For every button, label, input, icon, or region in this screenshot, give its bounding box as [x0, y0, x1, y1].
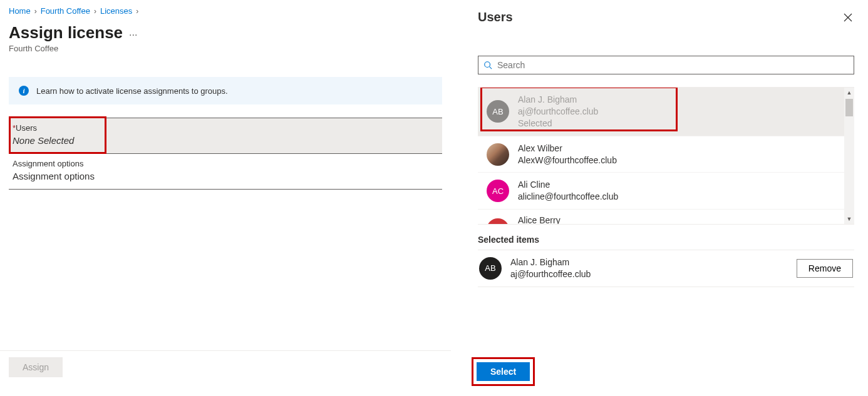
assign-button[interactable]: Assign — [9, 357, 63, 377]
chevron-right-icon: › — [136, 7, 138, 16]
assignment-options-field[interactable]: Assignment options Assignment options — [9, 154, 442, 190]
panel-title: Users — [478, 10, 513, 24]
select-button[interactable]: Select — [477, 362, 530, 381]
user-email: aj@fourthcoffee.club — [518, 106, 598, 118]
selected-items-heading: Selected items — [478, 235, 854, 245]
options-field-label: Assignment options — [13, 159, 438, 168]
user-name: Alex Wilber — [518, 143, 617, 155]
user-name: Alan J. Bigham — [510, 256, 591, 268]
divider — [0, 350, 451, 351]
user-name: Alan J. Bigham — [518, 94, 598, 106]
search-input[interactable] — [497, 60, 849, 70]
info-icon: i — [19, 86, 29, 96]
info-banner-text: Learn how to activate license assignment… — [36, 86, 228, 96]
svg-point-2 — [485, 62, 490, 68]
close-icon[interactable] — [842, 11, 854, 24]
selected-item-row: AB Alan J. Bigham aj@fourthcoffee.club R… — [478, 250, 854, 287]
chevron-right-icon: › — [94, 7, 96, 16]
user-email: aj@fourthcoffee.club — [510, 268, 591, 280]
breadcrumb-home[interactable]: Home — [9, 6, 31, 16]
more-actions-icon[interactable]: ··· — [129, 29, 137, 41]
user-email: alicline@fourthcoffee.club — [518, 191, 618, 203]
breadcrumb-licenses[interactable]: Licenses — [100, 6, 132, 16]
list-item[interactable]: AC Ali Cline alicline@fourthcoffee.club — [478, 173, 854, 210]
list-item[interactable]: AB Alice Berry — [478, 210, 854, 225]
remove-button[interactable]: Remove — [797, 259, 853, 278]
avatar: AB — [487, 218, 509, 225]
highlight-box: Select — [472, 357, 535, 386]
users-field[interactable]: *Users None Selected — [9, 118, 442, 154]
svg-line-3 — [490, 67, 492, 69]
scroll-thumb[interactable] — [845, 99, 853, 116]
users-flyout-panel: Users AB Alan J. Bigham aj@fourthcoffee.… — [464, 0, 868, 396]
options-field-value: Assignment options — [13, 171, 438, 181]
avatar: AC — [487, 180, 509, 202]
user-status: Selected — [518, 118, 598, 129]
page-subtitle: Fourth Coffee — [9, 44, 442, 53]
scroll-up-icon[interactable]: ▲ — [844, 88, 854, 98]
user-name: Ali Cline — [518, 179, 618, 191]
avatar: AB — [479, 257, 502, 280]
search-icon — [483, 61, 492, 69]
page-title: Assign license — [9, 23, 123, 43]
scroll-down-icon[interactable]: ▼ — [844, 214, 854, 224]
avatar — [487, 143, 509, 166]
scrollbar[interactable]: ▲ ▼ — [844, 88, 854, 224]
chevron-right-icon: › — [34, 7, 37, 16]
user-name: Alice Berry — [518, 215, 561, 225]
list-item[interactable]: Alex Wilber AlexW@fourthcoffee.club — [478, 136, 854, 173]
user-list: AB Alan J. Bigham aj@fourthcoffee.club S… — [478, 87, 854, 225]
list-item[interactable]: AB Alan J. Bigham aj@fourthcoffee.club S… — [478, 88, 854, 136]
user-email: AlexW@fourthcoffee.club — [518, 155, 617, 166]
breadcrumb-fourth-coffee[interactable]: Fourth Coffee — [41, 6, 90, 16]
info-banner: i Learn how to activate license assignme… — [9, 77, 442, 105]
highlight-box — [9, 116, 106, 154]
search-input-wrapper[interactable] — [478, 56, 854, 74]
avatar: AB — [487, 100, 509, 123]
breadcrumb: Home › Fourth Coffee › Licenses › — [9, 6, 442, 16]
